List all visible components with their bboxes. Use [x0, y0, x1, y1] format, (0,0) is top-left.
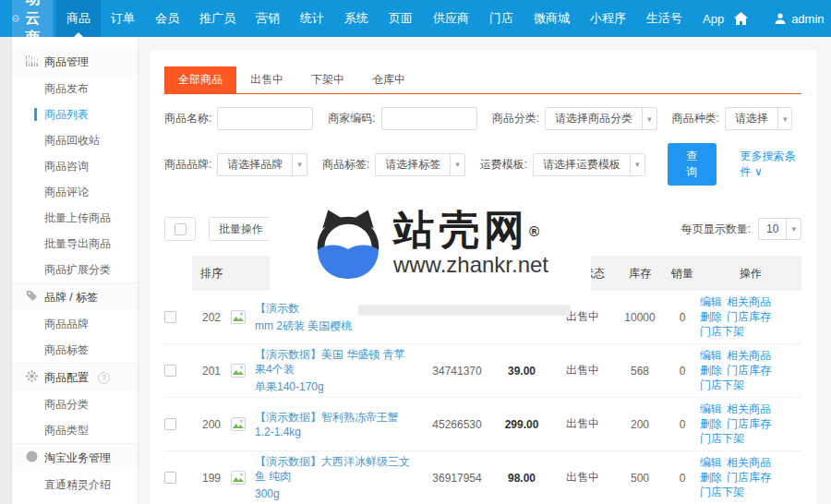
sidebar-group: 品牌 / 标签商品品牌商品标签 [12, 282, 138, 363]
more-search-link[interactable]: 更多搜索条件 ∨ [741, 149, 801, 180]
nav-item-推广员[interactable]: 推广员 [189, 0, 246, 37]
home-icon[interactable] [734, 12, 748, 25]
sidebar-item-商品回收站[interactable]: 商品回收站 [12, 127, 138, 153]
nav-item-商品[interactable]: 商品 [56, 0, 101, 37]
product-name-link[interactable]: 【演示数据】美国 华盛顿 青苹果4个装 [255, 347, 416, 377]
nav-item-营销[interactable]: 营销 [246, 0, 290, 37]
related-products-link[interactable]: 相关商品 [727, 402, 771, 415]
related-products-link[interactable]: 相关商品 [727, 349, 771, 362]
store-stock-link[interactable]: 门店库存 [727, 364, 771, 377]
tab-仓库中[interactable]: 仓库中 [358, 66, 419, 93]
user-menu[interactable]: admin [774, 12, 824, 26]
nav-item-供应商[interactable]: 供应商 [423, 0, 479, 37]
nav-item-系统[interactable]: 系统 [334, 0, 379, 37]
nav-item-微商城[interactable]: 微商城 [524, 0, 580, 37]
related-products-link[interactable]: 相关商品 [727, 295, 771, 308]
sidebar-item-label: 商品分类 [44, 397, 89, 413]
delete-link[interactable]: 删除 [700, 364, 722, 377]
store-offshelf-link[interactable]: 门店下架 [700, 325, 744, 338]
username: admin [791, 12, 824, 26]
tab-下架中[interactable]: 下架中 [297, 66, 358, 93]
sidebar-group-header[interactable]: 淘宝业务管理 [12, 444, 138, 472]
search-button[interactable]: 查询 [668, 143, 717, 186]
nav-item-会员[interactable]: 会员 [145, 0, 189, 37]
sidebar-item-直通精灵介绍[interactable]: 直通精灵介绍 [12, 472, 138, 498]
shipping-template-select[interactable]: 请选择运费模板▾ [533, 153, 645, 176]
product-name-link[interactable]: 【演示数 [255, 301, 299, 316]
delete-link[interactable]: 删除 [700, 471, 722, 484]
edit-link[interactable]: 编辑 [700, 402, 722, 415]
edit-link[interactable]: 编辑 [700, 295, 722, 308]
sidebar-group-label: 品牌 / 标签 [44, 290, 98, 306]
product-label-select[interactable]: 请选择标签▾ [375, 153, 465, 176]
product-name-line2[interactable]: 单果140-170g [255, 379, 324, 394]
product-name-line2[interactable]: mm 2磅装 美国樱桃 [255, 318, 352, 333]
row-sort: 201 [192, 365, 231, 378]
edit-link[interactable]: 编辑 [700, 349, 722, 362]
nav-item-门店[interactable]: 门店 [479, 0, 524, 37]
product-category-select[interactable]: 请选择商品分类▾ [545, 107, 657, 130]
sidebar-group-header[interactable]: 商品配置? [12, 364, 138, 391]
row-checkbox[interactable] [164, 365, 176, 377]
sidebar-group: 商品管理商品发布商品列表商品回收站商品咨询商品评论批量上传商品批量导出商品商品扩… [12, 48, 138, 282]
product-name-link[interactable]: 【演示数据】智利熟冻帝王蟹1.2-1.4kg [255, 410, 416, 439]
help-icon[interactable]: ? [98, 372, 110, 384]
product-name-link[interactable]: 【演示数据】大西洋冰鲜级三文鱼 纯肉 [255, 454, 416, 484]
nav-item-生活号[interactable]: 生活号 [636, 0, 692, 37]
row-sort: 202 [192, 311, 231, 324]
per-page-select[interactable]: 10 ▾ [758, 218, 801, 240]
select-all-box[interactable] [164, 217, 196, 241]
delete-link[interactable]: 删除 [700, 310, 722, 323]
product-kind-select[interactable]: 请选择▾ [725, 107, 793, 130]
store-stock-link[interactable]: 门店库存 [727, 310, 771, 323]
row-status: 出售中 [550, 416, 615, 432]
row-checkbox[interactable] [164, 472, 176, 484]
sidebar-group-header[interactable]: 品牌 / 标签 [12, 283, 138, 311]
edit-link[interactable]: 编辑 [700, 456, 722, 469]
app-logo[interactable]: 移动云商城 [12, 0, 53, 37]
product-image-icon [231, 364, 255, 378]
delete-link[interactable]: 删除 [700, 417, 722, 430]
store-stock-link[interactable]: 门店库存 [727, 471, 771, 484]
filter-product-name: 商品名称: [164, 107, 313, 130]
nav-item-App[interactable]: App [692, 0, 734, 37]
sidebar-item-商品分类[interactable]: 商品分类 [12, 391, 138, 417]
sidebar-item-商品咨询[interactable]: 商品咨询 [12, 153, 138, 179]
logo-text: 移动云商城 [25, 0, 53, 67]
row-checkbox[interactable] [164, 418, 176, 430]
filter-product-label: 商品标签:请选择标签▾ [322, 153, 465, 176]
product-name-line2[interactable]: 300g [255, 486, 280, 501]
merchant-code-input[interactable] [381, 107, 477, 130]
col-header-sort: 排序 [192, 256, 231, 291]
sidebar-item-商品品牌[interactable]: 商品品牌 [12, 311, 138, 337]
sidebar-item-批量上传商品[interactable]: 批量上传商品 [12, 205, 138, 231]
sidebar: 商品管理商品发布商品列表商品回收站商品咨询商品评论批量上传商品批量导出商品商品扩… [12, 37, 138, 504]
nav-item-小程序[interactable]: 小程序 [580, 0, 636, 37]
sidebar-item-label: 商品评论 [44, 185, 89, 200]
sidebar-item-商品列表[interactable]: 商品列表 [12, 102, 138, 127]
sidebar-item-商品评论[interactable]: 商品评论 [12, 179, 138, 205]
store-offshelf-link[interactable]: 门店下架 [700, 486, 744, 498]
store-offshelf-link[interactable]: 门店下架 [700, 378, 744, 391]
sidebar-item-商品发布[interactable]: 商品发布 [12, 76, 138, 102]
row-checkbox[interactable] [164, 311, 176, 323]
store-stock-link[interactable]: 门店库存 [727, 417, 771, 430]
product-brand-select[interactable]: 请选择品牌▾ [217, 153, 307, 176]
product-name-input[interactable] [217, 107, 313, 130]
sidebar-item-商品标签[interactable]: 商品标签 [12, 337, 138, 363]
sidebar-item-商品类型[interactable]: 商品类型 [12, 417, 138, 443]
related-products-link[interactable]: 相关商品 [727, 456, 771, 469]
chevron-down-icon: ▾ [450, 154, 464, 175]
sidebar-item-商品扩展分类[interactable]: 商品扩展分类 [12, 257, 138, 282]
tab-全部商品[interactable]: 全部商品 [164, 66, 236, 93]
sidebar-group-label: 淘宝业务管理 [44, 450, 111, 466]
sidebar-item-批量导出商品[interactable]: 批量导出商品 [12, 231, 138, 257]
nav-item-订单[interactable]: 订单 [101, 0, 145, 37]
nav-item-统计[interactable]: 统计 [290, 0, 334, 37]
tab-出售中[interactable]: 出售中 [236, 66, 297, 93]
select-all-checkbox[interactable] [175, 223, 187, 235]
store-offshelf-link[interactable]: 门店下架 [700, 432, 744, 445]
nav-item-页面[interactable]: 页面 [379, 0, 423, 37]
product-image-icon [231, 310, 255, 324]
filter-label: 商品品牌: [164, 157, 211, 173]
